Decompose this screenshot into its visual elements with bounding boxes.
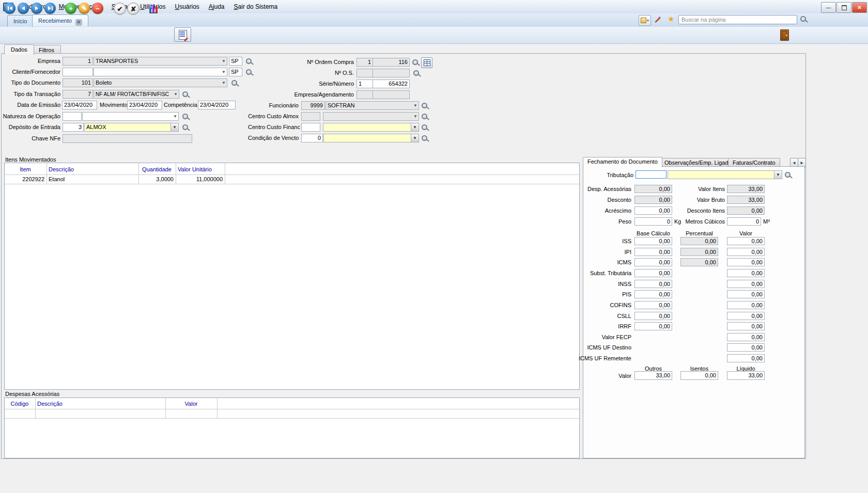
tipo-transacao-lookup-icon[interactable] <box>182 91 190 99</box>
empresa-combo[interactable]: TRANSPORTES ▼ <box>94 57 227 66</box>
irrf-valor-field[interactable]: 0,00 <box>727 322 765 330</box>
despesas-header-valor[interactable]: Valor <box>165 400 217 408</box>
desconto-field[interactable]: 0,00 <box>634 196 672 204</box>
empresa-uf-field[interactable]: SP <box>229 57 242 66</box>
tipo-transacao-combo[interactable]: NF ALM/ FROTA/CTB/FIN/FISC ▼ <box>94 90 179 99</box>
find-search-icon[interactable] <box>800 15 808 23</box>
tributacao-lookup-icon[interactable] <box>784 171 792 179</box>
menu-usuarios[interactable]: Usuários <box>170 0 204 13</box>
pis-base-field[interactable]: 0,00 <box>634 290 672 298</box>
last-record-button[interactable] <box>44 3 56 14</box>
inss-base-field[interactable]: 0,00 <box>634 280 672 288</box>
icms-uf-remetente-field[interactable]: 0,00 <box>727 354 765 362</box>
valor-bruto-field[interactable]: 33,00 <box>727 196 765 204</box>
tipo-transacao-code-field[interactable]: 7 <box>63 90 93 99</box>
despesas-header-descricao[interactable]: Descrição <box>37 400 115 408</box>
os-codigo-field[interactable] <box>373 69 410 77</box>
tipo-documento-code-field[interactable]: 101 <box>63 78 93 87</box>
add-record-button[interactable]: + <box>65 3 76 14</box>
csll-valor-field[interactable]: 0,00 <box>727 312 765 320</box>
tributacao-code-field[interactable] <box>636 170 667 179</box>
cliente-code-field[interactable] <box>63 68 93 76</box>
first-record-button[interactable] <box>4 3 16 14</box>
cc-financ-combo[interactable]: ▼ <box>323 123 419 132</box>
tab-recebimento[interactable]: Recebimento✕ <box>32 14 88 26</box>
movimento-field[interactable]: 23/04/2020 <box>127 101 162 109</box>
cc-financ-code-field[interactable] <box>301 123 320 132</box>
panel-options-button[interactable]: ▾ <box>639 15 651 26</box>
ipi-percentual-field[interactable]: 0,00 <box>680 248 718 256</box>
cofins-valor-field[interactable]: 0,00 <box>727 301 765 309</box>
maximize-button[interactable] <box>836 2 851 13</box>
empresa-agendamento-field-1[interactable] <box>357 90 373 99</box>
chevron-down-icon[interactable]: ▼ <box>774 171 782 179</box>
tab-close-icon[interactable]: ✕ <box>75 19 82 26</box>
inss-valor-field[interactable]: 0,00 <box>727 280 765 288</box>
valor-isentos-field[interactable]: 0,00 <box>680 371 718 380</box>
peso-field[interactable]: 0 <box>634 217 672 226</box>
menu-sair[interactable]: Sair do Sistema <box>229 0 283 13</box>
empresa-agendamento-field-2[interactable] <box>373 90 410 99</box>
ordem-compra-browse-button[interactable] <box>421 57 432 68</box>
itens-header-valor-unitario[interactable]: Valor Unitário <box>178 165 224 173</box>
numero-field[interactable]: 654322 <box>373 79 410 88</box>
irrf-base-field[interactable]: 0,00 <box>634 322 672 330</box>
iss-valor-field[interactable]: 0,00 <box>727 237 765 245</box>
condicao-vencto-code-field[interactable]: 0 <box>301 134 323 142</box>
deposito-code-field[interactable]: 3 <box>63 123 84 132</box>
icms-percentual-field[interactable]: 0,00 <box>680 258 718 266</box>
despesas-header-codigo[interactable]: Código <box>4 400 35 408</box>
menu-ajuda[interactable]: Ajuda <box>204 0 229 13</box>
favorite-star-icon[interactable]: ★ <box>668 15 674 23</box>
pis-valor-field[interactable]: 0,00 <box>727 290 765 298</box>
report-button[interactable] <box>174 27 191 42</box>
cancel-button[interactable]: ✘ <box>127 3 140 15</box>
ipi-base-field[interactable]: 0,00 <box>634 248 672 256</box>
valor-itens-field[interactable]: 33,00 <box>727 185 765 193</box>
natureza-combo[interactable]: ▼ <box>82 112 179 121</box>
funcionario-code-field[interactable]: 9999 <box>301 101 325 110</box>
itens-header-descricao[interactable]: Descrição <box>49 165 136 173</box>
valor-fecp-field[interactable]: 0,00 <box>727 333 765 341</box>
os-numero-field[interactable] <box>357 69 373 77</box>
cofins-base-field[interactable]: 0,00 <box>634 301 672 309</box>
next-record-button[interactable] <box>31 3 42 14</box>
close-button[interactable]: ✕ <box>852 2 867 13</box>
cliente-combo[interactable]: ▼ <box>94 68 227 76</box>
tipo-documento-lookup-icon[interactable] <box>231 79 239 87</box>
find-on-page-input[interactable] <box>678 15 797 24</box>
itens-header-quantidade[interactable]: Quantidade <box>136 165 172 173</box>
data-emissao-field[interactable]: 23/04/2020 <box>62 101 97 109</box>
tab-fechamento-documento[interactable]: Fechamento do Documento <box>583 157 662 167</box>
cc-almox-lookup-icon[interactable] <box>421 113 429 121</box>
icms-valor-field[interactable]: 0,00 <box>727 258 765 266</box>
acrescimo-field[interactable]: 0,00 <box>634 206 672 215</box>
icms-uf-destino-field[interactable]: 0,00 <box>727 343 765 352</box>
chevron-down-icon[interactable]: ▼ <box>411 123 419 131</box>
chart-button[interactable] <box>149 4 158 13</box>
ordem-compra-numero-field[interactable]: 1 <box>357 58 373 67</box>
ipi-valor-field[interactable]: 0,00 <box>727 248 765 256</box>
chevron-down-icon[interactable]: ▼ <box>171 123 178 131</box>
exit-button[interactable] <box>777 28 792 42</box>
previous-record-button[interactable] <box>18 3 29 14</box>
cc-almox-code-field[interactable] <box>301 112 320 121</box>
deposito-lookup-icon[interactable] <box>182 124 190 132</box>
funcionario-combo[interactable]: SOFTRAN ▼ <box>326 101 419 110</box>
desp-acessorias-field[interactable]: 0,00 <box>634 185 672 193</box>
ordem-compra-lookup-icon[interactable] <box>412 59 420 67</box>
valor-outros-field[interactable]: 33,00 <box>634 371 672 380</box>
itens-header-item[interactable]: Item <box>4 165 47 173</box>
subst-valor-field[interactable]: 0,00 <box>727 269 765 277</box>
chave-nfe-field[interactable] <box>63 134 192 143</box>
tab-inicio[interactable]: Início <box>7 15 33 27</box>
cc-almox-combo[interactable]: ▼ <box>323 112 419 121</box>
confirm-button[interactable]: ✔ <box>114 3 126 15</box>
funcionario-lookup-icon[interactable] <box>421 102 429 110</box>
subst-base-field[interactable]: 0,00 <box>634 269 672 277</box>
delete-record-button[interactable]: − <box>92 3 103 14</box>
condicao-vencto-combo[interactable]: ▼ <box>323 134 419 142</box>
iss-percentual-field[interactable]: 0,00 <box>680 237 718 245</box>
competencia-field[interactable]: 23/04/2020 <box>198 101 236 109</box>
serie-field[interactable]: 1 <box>357 79 373 88</box>
